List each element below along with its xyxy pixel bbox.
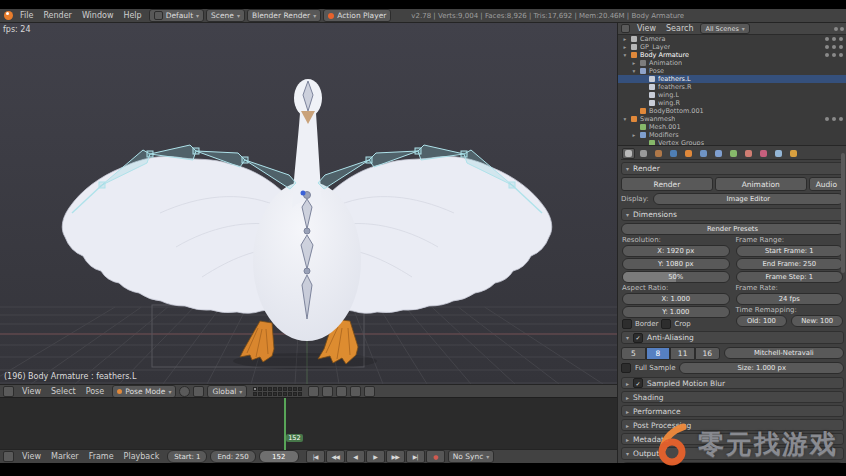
- layer-cell[interactable]: [298, 387, 302, 391]
- play-reverse-button[interactable]: ◀: [346, 450, 365, 463]
- menu-view[interactable]: View: [632, 24, 661, 33]
- outliner-item-bodybottom-001[interactable]: BodyBottom.001: [618, 107, 846, 115]
- section-shading[interactable]: ▸Shading: [621, 391, 844, 403]
- section-render[interactable]: ▾ Render: [621, 162, 844, 175]
- snap-magnet-icon[interactable]: [322, 386, 333, 397]
- outliner-item-wing-r[interactable]: wing.R: [618, 99, 846, 107]
- outliner-item-modifiers[interactable]: ▸Modifiers: [618, 131, 846, 139]
- aa-sample-16[interactable]: 16: [695, 347, 720, 360]
- aspect-x-field[interactable]: X: 1.000: [622, 293, 730, 305]
- timeline-editor-icon[interactable]: [3, 451, 14, 462]
- time-remap-new-field[interactable]: New: 100: [791, 315, 843, 327]
- menu-frame[interactable]: Frame: [84, 452, 119, 461]
- menu-view[interactable]: View: [17, 452, 46, 461]
- expander-icon[interactable]: ▸: [631, 60, 637, 66]
- search-icon[interactable]: [834, 27, 838, 31]
- render-icon[interactable]: [839, 45, 843, 49]
- select-icon[interactable]: [832, 53, 836, 57]
- render-icon[interactable]: [839, 37, 843, 41]
- prev-keyframe-button[interactable]: ◀◀: [326, 450, 345, 463]
- end-frame-field[interactable]: End: 250: [210, 450, 255, 463]
- section-sampled-motion-blur[interactable]: ▸✓Sampled Motion Blur: [621, 377, 844, 389]
- layer-cell[interactable]: [273, 392, 277, 396]
- menu-playback[interactable]: Playback: [119, 452, 165, 461]
- layer-cell[interactable]: [288, 387, 292, 391]
- render-opengl-icon[interactable]: [350, 386, 361, 397]
- shading-dropdown-icon[interactable]: [179, 386, 190, 397]
- eye-icon[interactable]: [825, 53, 829, 57]
- time-remap-old-field[interactable]: Old: 100: [736, 315, 788, 327]
- jump-to-start-button[interactable]: |◀: [306, 450, 325, 463]
- outliner-item-animation[interactable]: ▸Animation: [618, 59, 846, 67]
- eye-icon[interactable]: [825, 117, 829, 121]
- checkbox-icon[interactable]: ✓: [633, 378, 643, 388]
- render-engine-dropdown[interactable]: Blender Render ▾: [247, 9, 321, 22]
- layer-cell[interactable]: [278, 387, 282, 391]
- outliner-item-gp-layer[interactable]: ▸GP_Layer: [618, 43, 846, 51]
- tab-modifiers[interactable]: [712, 148, 725, 159]
- frame-step-field[interactable]: Frame Step: 1: [736, 271, 844, 283]
- properties-scrollbar[interactable]: [841, 153, 845, 273]
- tab-world[interactable]: [667, 148, 680, 159]
- outliner-item-wing-l[interactable]: wing.L: [618, 91, 846, 99]
- start-frame-prop-field[interactable]: Start Frame: 1: [736, 245, 844, 257]
- aa-sample-11[interactable]: 11: [670, 347, 695, 360]
- menu-file[interactable]: File: [15, 11, 38, 20]
- anti-aliasing-checkbox[interactable]: ✓: [633, 333, 643, 343]
- expander-icon[interactable]: ▸: [631, 132, 637, 138]
- expander-icon[interactable]: ▾: [631, 68, 637, 74]
- mode-dropdown[interactable]: Pose Mode ▾: [112, 385, 176, 398]
- play-button[interactable]: ▶: [366, 450, 385, 463]
- orientation-dropdown[interactable]: Global ▾: [207, 385, 247, 398]
- tab-texture[interactable]: [757, 148, 770, 159]
- aa-sample-8[interactable]: 8: [646, 347, 671, 360]
- aa-filter-dropdown[interactable]: Mitchell-Netravali: [724, 347, 844, 359]
- pivot-dropdown-icon[interactable]: [193, 386, 204, 397]
- layer-cell[interactable]: [258, 392, 262, 396]
- outliner-item-mesh-001[interactable]: Mesh.001: [618, 123, 846, 131]
- layer-cell[interactable]: [288, 392, 292, 396]
- tab-data[interactable]: [727, 148, 740, 159]
- eye-icon[interactable]: [825, 45, 829, 49]
- menu-select[interactable]: Select: [46, 387, 81, 396]
- layer-cell[interactable]: [253, 392, 257, 396]
- layer-cell[interactable]: [278, 392, 282, 396]
- timeline[interactable]: 152: [0, 397, 617, 450]
- render-icon[interactable]: [839, 117, 843, 121]
- full-sample-checkbox[interactable]: [621, 363, 631, 373]
- resolution-y-field[interactable]: Y: 1080 px: [622, 258, 730, 270]
- outliner-item-camera[interactable]: ▸Camera: [618, 35, 846, 43]
- display-mode-dropdown[interactable]: All Scenes ▾: [700, 23, 749, 34]
- render-presets-dropdown[interactable]: Render Presets: [621, 223, 844, 235]
- select-icon[interactable]: [832, 45, 836, 49]
- expander-icon[interactable]: ▸: [622, 44, 628, 50]
- resolution-x-field[interactable]: X: 1920 px: [622, 245, 730, 257]
- tab-render[interactable]: [622, 148, 635, 159]
- resolution-percent-slider[interactable]: 50%: [622, 271, 730, 283]
- outliner-item-pose[interactable]: ▾Pose: [618, 67, 846, 75]
- menu-help[interactable]: Help: [118, 11, 146, 20]
- tab-particles[interactable]: [772, 148, 785, 159]
- jump-to-end-button[interactable]: ▶|: [406, 450, 425, 463]
- editor-type-icon[interactable]: [3, 386, 14, 397]
- layers-widget[interactable]: [253, 387, 302, 396]
- record-button[interactable]: ●: [426, 450, 445, 463]
- select-icon[interactable]: [832, 37, 836, 41]
- menu-view[interactable]: View: [17, 387, 46, 396]
- layer-cell[interactable]: [268, 392, 272, 396]
- aspect-y-field[interactable]: Y: 1.000: [622, 306, 730, 318]
- layer-cell[interactable]: [253, 387, 257, 391]
- crop-checkbox[interactable]: [661, 319, 671, 329]
- outliner-editor-icon[interactable]: [621, 24, 630, 33]
- outliner-item-swanmesh[interactable]: ▾Swanmesh: [618, 115, 846, 123]
- tab-scene[interactable]: [652, 148, 665, 159]
- layer-cell[interactable]: [258, 387, 262, 391]
- aa-sample-5[interactable]: 5: [621, 347, 646, 360]
- blender-logo-icon[interactable]: [4, 11, 13, 20]
- start-frame-field[interactable]: Start: 1: [167, 450, 207, 463]
- display-dropdown[interactable]: Image Editor: [653, 193, 844, 205]
- tab-object[interactable]: [682, 148, 695, 159]
- render-animation-button[interactable]: Animation: [715, 177, 807, 191]
- timeline-playhead[interactable]: 152: [284, 398, 286, 450]
- menu-search[interactable]: Search: [661, 24, 698, 33]
